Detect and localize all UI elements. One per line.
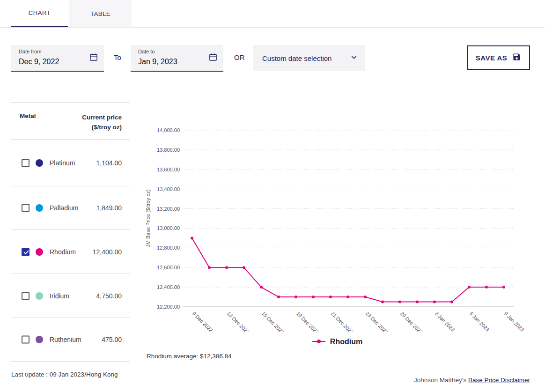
metal-checkbox[interactable] [22, 292, 29, 300]
svg-text:12,400.00: 12,400.00 [157, 284, 180, 290]
tab-chart-label: CHART [29, 9, 51, 16]
disclaimer: Johnson Matthey's Base Price Disclaimer [414, 377, 530, 384]
table-row: Platinum 1,104.00 [11, 139, 130, 186]
date-from-value: Dec 9, 2022 [19, 58, 59, 66]
disclaimer-prefix: Johnson Matthey's [414, 377, 468, 384]
chart-average: Rhodium average: $12,386.84 [147, 353, 232, 360]
date-to-field[interactable]: Date to Jan 9, 2023 [131, 45, 223, 72]
svg-text:13 Dec 2022: 13 Dec 2022 [226, 311, 251, 332]
or-label: OR [234, 53, 245, 61]
table-row: Rhodium 12,400.00 [11, 229, 130, 274]
table-row: Iridium 4,750.00 [11, 274, 130, 318]
date-from-field[interactable]: Date from Dec 9, 2022 [11, 45, 104, 72]
metal-color-dot [36, 292, 43, 300]
svg-text:23 Dec 2022: 23 Dec 2022 [365, 311, 390, 332]
svg-text:15 Dec 2022: 15 Dec 2022 [261, 311, 286, 332]
metal-name: Platinum [50, 159, 75, 167]
svg-text:19 Dec 2022: 19 Dec 2022 [295, 311, 320, 332]
metal-column-header: Metal [20, 112, 36, 119]
tabs-divider [0, 27, 545, 28]
date-from-label: Date from [19, 49, 41, 54]
chevron-down-icon [349, 52, 359, 64]
table-bottom-divider [11, 361, 130, 362]
metal-name: Iridium [50, 292, 69, 300]
save-as-label: SAVE AS [476, 54, 508, 62]
save-icon [512, 52, 521, 63]
table-row: Palladium 1,849.00 [11, 186, 130, 229]
tab-table-label: TABLE [90, 10, 110, 17]
svg-text:13,000.00: 13,000.00 [157, 225, 180, 231]
to-label: To [114, 53, 121, 61]
metal-checkbox[interactable] [22, 248, 29, 256]
metal-checkbox[interactable] [22, 159, 29, 167]
metal-price: 4,750.00 [96, 292, 122, 300]
price-header-line1: Current price [47, 112, 122, 122]
calendar-icon[interactable] [89, 52, 98, 64]
metal-price: 475.00 [102, 336, 122, 343]
svg-text:21 Dec 2022: 21 Dec 2022 [330, 311, 355, 332]
svg-text:JM Base Price ($/troy oz): JM Base Price ($/troy oz) [145, 189, 151, 247]
metal-prices-page: CHART TABLE Date from Dec 9, 2022 To Dat… [0, 0, 545, 392]
legend-label: Rhodium [330, 338, 362, 346]
metal-name: Rhodium [50, 248, 76, 256]
svg-text:9 Dec 2022: 9 Dec 2022 [191, 311, 214, 332]
metal-checkbox[interactable] [22, 336, 29, 344]
svg-text:14,000.00: 14,000.00 [157, 127, 180, 133]
disclaimer-link[interactable]: Base Price Disclaimer [468, 377, 530, 384]
calendar-icon[interactable] [208, 52, 218, 64]
svg-text:13,200.00: 13,200.00 [157, 206, 180, 212]
svg-text:12,200.00: 12,200.00 [157, 304, 180, 310]
svg-text:13,600.00: 13,600.00 [157, 167, 180, 172]
table-top-divider [11, 102, 130, 103]
tab-table[interactable]: TABLE [69, 0, 132, 27]
metal-color-dot [36, 204, 43, 212]
date-to-value: Jan 9, 2023 [138, 58, 177, 66]
metal-name: Ruthenium [50, 336, 81, 343]
metal-color-dot [36, 248, 43, 256]
chart-legend[interactable]: Rhodium [140, 338, 534, 346]
metal-color-dot [36, 159, 43, 167]
svg-text:13,400.00: 13,400.00 [157, 186, 180, 192]
metal-checkbox[interactable] [22, 204, 29, 212]
tab-chart[interactable]: CHART [11, 0, 68, 27]
save-as-button[interactable]: SAVE AS [467, 45, 530, 70]
metal-color-dot [36, 336, 43, 343]
svg-text:9 Jan 2023: 9 Jan 2023 [503, 311, 525, 332]
metal-price: 12,400.00 [93, 248, 122, 256]
metal-price: 1,104.00 [96, 159, 122, 167]
svg-text:5 Jan 2023: 5 Jan 2023 [469, 311, 491, 332]
last-update: Last update : 09 Jan 2023/Hong Kong [11, 371, 118, 378]
custom-date-select[interactable]: Custom date selection [253, 45, 365, 71]
svg-text:13,800.00: 13,800.00 [157, 147, 180, 153]
date-to-label: Date to [138, 49, 155, 54]
price-header-line2: ($/troy oz) [47, 122, 122, 132]
svg-text:12,800.00: 12,800.00 [157, 245, 180, 251]
legend-marker-icon [312, 338, 326, 346]
table-row: Ruthenium 475.00 [11, 318, 130, 361]
price-column-header: Current price ($/troy oz) [47, 112, 122, 132]
custom-date-select-value: Custom date selection [262, 54, 331, 62]
metal-name: Palladium [50, 204, 78, 212]
price-chart: 12,200.0012,400.0012,600.0012,800.0013,0… [140, 121, 534, 332]
metal-price: 1,849.00 [96, 204, 122, 212]
svg-text:3 Jan 2023: 3 Jan 2023 [434, 311, 456, 332]
svg-text:29 Dec 2022: 29 Dec 2022 [399, 311, 424, 332]
svg-text:12,600.00: 12,600.00 [157, 265, 180, 270]
